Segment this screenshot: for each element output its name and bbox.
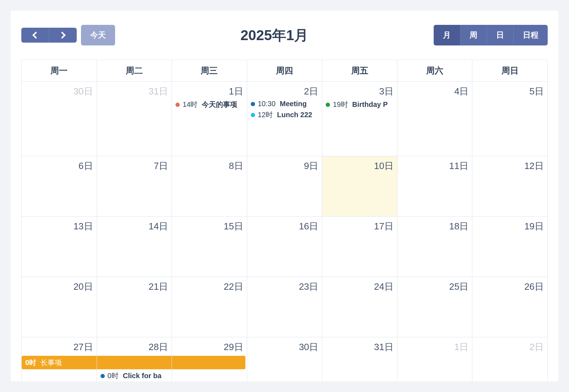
today-button[interactable]: 今天 [81, 25, 115, 45]
day-cell[interactable]: 1日 [397, 337, 473, 381]
calendar-toolbar: 今天 2025年1月 月 周 日 日程 [21, 25, 548, 45]
day-cell[interactable]: 24日 [322, 277, 397, 337]
date-number[interactable]: 13日 [24, 220, 93, 233]
date-number[interactable]: 14日 [99, 220, 168, 233]
date-number[interactable]: 25日 [400, 281, 469, 293]
day-cell[interactable]: 30日 [22, 82, 97, 156]
date-number[interactable]: 11日 [400, 160, 469, 172]
date-number[interactable]: 4日 [400, 85, 469, 98]
day-cell[interactable]: 12日 [472, 156, 547, 216]
event-time: 14时 [183, 100, 197, 109]
date-number[interactable]: 18日 [400, 220, 469, 233]
day-cell[interactable]: 4日 [397, 82, 473, 156]
day-cell[interactable]: 21日 [97, 277, 172, 337]
date-number[interactable]: 5日 [475, 85, 544, 98]
day-cell[interactable]: 14日 [97, 217, 172, 277]
date-number[interactable]: 22日 [174, 281, 243, 293]
day-cell[interactable]: 19日 [472, 217, 547, 277]
date-number[interactable]: 30日 [24, 85, 93, 98]
event-dot-icon [175, 103, 180, 107]
event-title: Birthday P [352, 100, 388, 109]
date-number[interactable]: 26日 [475, 281, 544, 293]
day-cell[interactable]: 15日 [172, 217, 247, 277]
date-number[interactable]: 1日 [174, 85, 243, 98]
day-cell[interactable]: 2日10:30Meeting12时Lunch 222 [247, 82, 323, 156]
date-number[interactable]: 7日 [99, 160, 168, 172]
date-number[interactable]: 3日 [324, 85, 394, 98]
date-number[interactable]: 6日 [24, 160, 93, 172]
date-number[interactable]: 23日 [249, 281, 319, 293]
calendar-event[interactable]: 0时Click for ba [99, 371, 168, 381]
date-number[interactable]: 12日 [475, 160, 544, 172]
day-cell[interactable]: 10日 [322, 156, 397, 216]
date-number[interactable]: 28日 [99, 341, 168, 353]
date-number[interactable]: 21日 [99, 281, 168, 293]
day-cell[interactable]: 3日19时Birthday P [322, 82, 397, 156]
day-cell[interactable]: 31日 [97, 82, 172, 156]
calendar-event[interactable]: 12时Lunch 222 [249, 110, 319, 120]
calendar-event[interactable]: 10:30Meeting [249, 100, 319, 108]
day-cell[interactable]: 23日 [247, 277, 323, 337]
day-cell[interactable]: 7日 [97, 156, 172, 216]
date-number[interactable]: 15日 [174, 220, 243, 233]
event-time: 12时 [258, 110, 273, 120]
day-cell[interactable]: 17日 [322, 217, 397, 277]
date-number[interactable]: 2日 [475, 341, 544, 353]
day-cell[interactable]: 6日 [22, 156, 97, 216]
date-number[interactable]: 29日 [174, 341, 243, 353]
toolbar-right: 月 周 日 日程 [434, 25, 548, 45]
day-cell[interactable]: 16日 [247, 217, 323, 277]
date-number[interactable]: 1日 [400, 341, 469, 353]
prev-button[interactable] [21, 28, 49, 43]
week-row: 6日7日8日9日10日11日12日 [22, 156, 547, 217]
date-number[interactable]: 27日 [24, 341, 93, 353]
day-cell[interactable]: 18日 [397, 217, 473, 277]
date-number[interactable]: 31日 [99, 85, 168, 98]
day-cell[interactable]: 20日 [22, 277, 97, 337]
day-cell[interactable]: 30日 [247, 337, 323, 381]
event-title: Click for ba [123, 372, 162, 380]
day-cell[interactable]: 25日 [397, 277, 473, 337]
date-number[interactable]: 17日 [324, 220, 394, 233]
day-cell[interactable]: 5日 [472, 82, 547, 156]
date-number[interactable]: 2日 [249, 85, 319, 98]
calendar-title: 2025年1月 [240, 26, 308, 45]
view-week-button[interactable]: 周 [460, 25, 487, 45]
calendar-event[interactable]: 19时Birthday P [324, 100, 394, 109]
day-cell[interactable]: 27日 [22, 337, 97, 381]
day-cell[interactable]: 11日 [397, 156, 473, 216]
day-cell[interactable]: 9日 [247, 156, 323, 216]
day-cell[interactable]: 22日 [172, 277, 247, 337]
chevron-right-icon [59, 32, 66, 39]
event-dot-icon [251, 102, 255, 106]
day-cell[interactable]: 29日 [172, 337, 247, 381]
weeks-container: 30日31日1日14时今天的事项2日10:30Meeting12时Lunch 2… [22, 82, 547, 381]
day-cell[interactable]: 1日14时今天的事项 [172, 82, 247, 156]
view-agenda-button[interactable]: 日程 [514, 25, 548, 45]
date-number[interactable]: 20日 [24, 281, 93, 293]
date-number-today[interactable]: 10日 [324, 160, 394, 172]
day-cell[interactable]: 26日 [472, 277, 547, 337]
event-title: Lunch 222 [277, 111, 312, 119]
date-number[interactable]: 31日 [324, 341, 394, 353]
day-cell[interactable]: 13日 [22, 217, 97, 277]
view-day-button[interactable]: 日 [487, 25, 514, 45]
date-number[interactable]: 30日 [249, 341, 319, 353]
next-button[interactable] [49, 28, 77, 43]
day-cell[interactable]: 8日 [172, 156, 247, 216]
date-number[interactable]: 8日 [174, 160, 243, 172]
date-number[interactable]: 9日 [249, 160, 319, 172]
date-number[interactable]: 24日 [324, 281, 394, 293]
day-cell[interactable]: 28日0时Click for ba [97, 337, 172, 381]
date-number[interactable]: 16日 [249, 220, 319, 233]
day-cell[interactable]: 31日 [322, 337, 397, 381]
day-header: 周六 [397, 60, 473, 81]
day-header: 周五 [322, 60, 397, 81]
week-row: 30日31日1日14时今天的事项2日10:30Meeting12时Lunch 2… [22, 82, 547, 156]
event-dot-icon [251, 113, 255, 117]
day-cell[interactable]: 2日 [472, 337, 547, 381]
date-number[interactable]: 19日 [475, 220, 544, 233]
calendar-event[interactable]: 14时今天的事项 [174, 100, 243, 109]
view-month-button[interactable]: 月 [434, 25, 460, 45]
day-header: 周日 [472, 60, 547, 81]
